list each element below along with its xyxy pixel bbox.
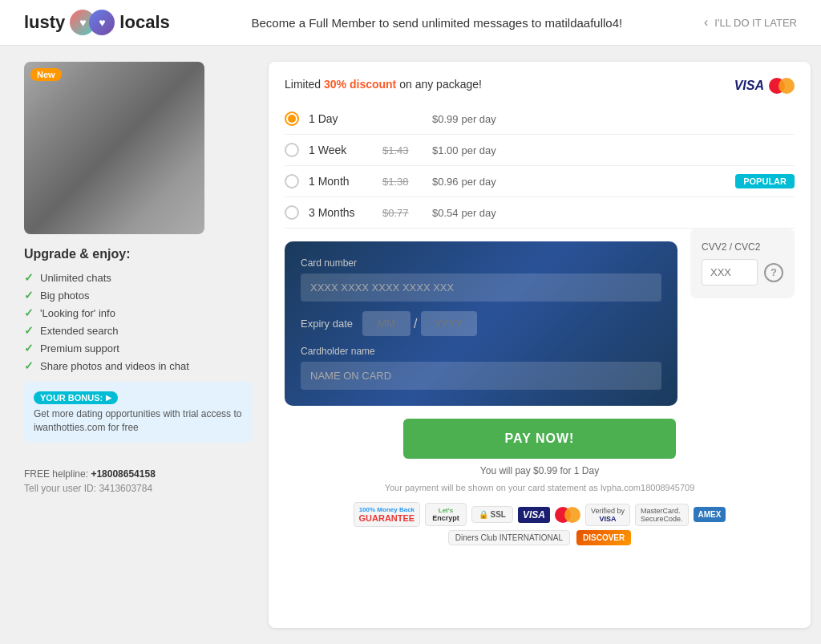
logo: lusty ♥ ♥ locals: [24, 10, 170, 35]
amex-badge: AMEX: [694, 507, 726, 522]
user-id-value: 3413603784: [99, 483, 152, 494]
expiry-separator: /: [414, 317, 417, 331]
check-icon: ✓: [24, 289, 34, 302]
card-number-group: Card number: [301, 257, 661, 302]
plan-name-1day: 1 Day: [309, 112, 373, 125]
logo-text-locals: locals: [119, 12, 169, 33]
new-badge: New: [30, 68, 62, 81]
visa-logo-top: VISA: [734, 79, 764, 93]
upgrade-title: Upgrade & enjoy:: [24, 247, 253, 261]
discount-pct: 30% discount: [324, 78, 396, 91]
check-icon: ✓: [24, 324, 34, 337]
plan-name-1week: 1 Week: [309, 144, 373, 156]
plan-radio-3months[interactable]: [285, 205, 299, 220]
user-id-label: Tell your user ID:: [24, 483, 96, 494]
cardholder-input[interactable]: [301, 362, 661, 390]
verified-by-visa-badge: Verified by VISA: [585, 504, 630, 526]
card-number-input[interactable]: [301, 273, 661, 302]
plan-price-1month: $0.96 per day: [432, 175, 496, 188]
expiry-row: Expiry date /: [301, 311, 661, 336]
plan-3months[interactable]: 3 Months $0.77 $0.54 per day: [285, 197, 795, 229]
feature-label: Extended search: [40, 325, 119, 337]
chevron-left-icon: ‹: [704, 15, 708, 30]
feature-label: Share photos and videos in chat: [40, 360, 189, 372]
expiry-inputs: /: [362, 311, 476, 336]
cardholder-label: Cardholder name: [301, 346, 661, 357]
ssl-text: 🔒 SSL: [479, 510, 506, 519]
ssl-badge: 🔒 SSL: [471, 506, 513, 523]
list-item: ✓ 'Looking for' info: [24, 306, 253, 319]
cvv-row: ?: [702, 259, 783, 286]
logo-icon: ♥ ♥: [70, 10, 115, 35]
list-item: ✓ Extended search: [24, 324, 253, 337]
card-form-wrapper: Card number Expiry date / Cardholder nam…: [285, 229, 795, 406]
cvv-input[interactable]: [702, 259, 758, 286]
discover-text: DISCOVER: [583, 533, 625, 542]
feature-label: Premium support: [40, 342, 119, 354]
expiry-mm-input[interactable]: [362, 311, 410, 336]
pay-statement: Your payment will be shown on your card …: [385, 483, 695, 492]
pay-section: PAY NOW! You will pay $0.99 for 1 Day Yo…: [285, 419, 795, 492]
helpline-number: +18008654158: [91, 468, 155, 480]
check-icon: ✓: [24, 271, 34, 284]
cvv-help-icon[interactable]: ?: [764, 263, 783, 282]
plan-name-1month: 1 Month: [309, 175, 373, 188]
discount-text-suffix: on any package!: [396, 78, 482, 91]
check-icon: ✓: [24, 306, 34, 319]
cvv-section: CVV2 / CVC2 ?: [690, 229, 795, 298]
plan-1month[interactable]: 1 Month $1.38 $0.96 per day POPULAR: [285, 166, 795, 197]
helpline: FREE helpline: +18008654158: [24, 468, 253, 480]
list-item: ✓ Premium support: [24, 342, 253, 354]
cvv-label: CVV2 / CVC2: [702, 241, 783, 253]
feature-label: Unlimited chats: [40, 272, 111, 284]
expiry-yyyy-input[interactable]: [421, 311, 477, 336]
diners-text: Diners Club INTERNATIONAL: [455, 533, 563, 542]
blurred-photo: [24, 62, 204, 234]
lets-encrypt-badge: Let's Encrypt: [425, 503, 467, 526]
feature-label: Big photos: [40, 290, 89, 302]
panel-visa-area: VISA: [734, 78, 795, 94]
list-item: ✓ Big photos: [24, 289, 253, 302]
visa-badge: VISA: [518, 507, 550, 523]
plan-list: 1 Day $0.99 per day 1 Week $1.43 $1.00 p…: [285, 103, 795, 229]
plan-1week[interactable]: 1 Week $1.43 $1.00 per day: [285, 135, 795, 166]
feature-list: ✓ Unlimited chats ✓ Big photos ✓ 'Lookin…: [24, 271, 253, 372]
plan-original-3months: $0.77: [382, 207, 423, 219]
discover-badge: DISCOVER: [576, 530, 631, 545]
header: lusty ♥ ♥ locals Become a Full Member to…: [0, 0, 821, 46]
plan-radio-1day[interactable]: [285, 111, 299, 126]
diners-badge: Diners Club INTERNATIONAL: [448, 530, 570, 545]
logo-text-lusty: lusty: [24, 12, 65, 33]
plan-radio-1week[interactable]: [285, 143, 299, 157]
logo-circle2: ♥: [89, 10, 115, 35]
check-icon: ✓: [24, 359, 34, 372]
mc-orange-circle: [779, 78, 795, 94]
right-panel: VISA Limited 30% discount on any package…: [269, 62, 811, 628]
upgrade-section: Upgrade & enjoy: ✓ Unlimited chats ✓ Big…: [24, 247, 253, 443]
plan-original-1month: $1.38: [382, 176, 423, 188]
mastercard-badge: [555, 507, 580, 523]
trust-badges: 100% Money Back GUARANTEE Let's Encrypt …: [285, 502, 795, 527]
card-form: Card number Expiry date / Cardholder nam…: [285, 241, 677, 406]
pay-now-button[interactable]: PAY NOW!: [403, 419, 676, 459]
cardholder-group: Cardholder name: [301, 346, 661, 390]
bonus-text: Get more dating opportunities with trial…: [34, 407, 243, 435]
plan-1day[interactable]: 1 Day $0.99 per day: [285, 103, 795, 135]
helpline-section: FREE helpline: +18008654158 Tell your us…: [24, 456, 253, 494]
pay-info: You will pay $0.99 for 1 Day: [480, 465, 599, 476]
guarantee-bottom-text: GUARANTEE: [359, 513, 415, 523]
verified-text: Verified by: [591, 507, 625, 515]
lets-encrypt-label: Let's: [432, 507, 459, 514]
second-badges-row: Diners Club INTERNATIONAL DISCOVER: [285, 530, 795, 545]
headline-text: Become a Full Member to send unlimited m…: [252, 16, 623, 30]
discount-banner: Limited 30% discount on any package!: [285, 78, 795, 91]
securecode-text: MasterCard.SecureCode.: [641, 507, 683, 523]
list-item: ✓ Share photos and videos in chat: [24, 359, 253, 372]
list-item: ✓ Unlimited chats: [24, 271, 253, 284]
sidebar: New Upgrade & enjoy: ✓ Unlimited chats ✓…: [24, 62, 253, 628]
plan-radio-1month[interactable]: [285, 174, 299, 188]
user-id: Tell your user ID: 3413603784: [24, 483, 253, 494]
feature-label: 'Looking for' info: [40, 307, 115, 319]
plan-price-1day: $0.99 per day: [432, 112, 496, 125]
do-it-later-button[interactable]: ‹ I'LL DO IT LATER: [704, 15, 797, 30]
